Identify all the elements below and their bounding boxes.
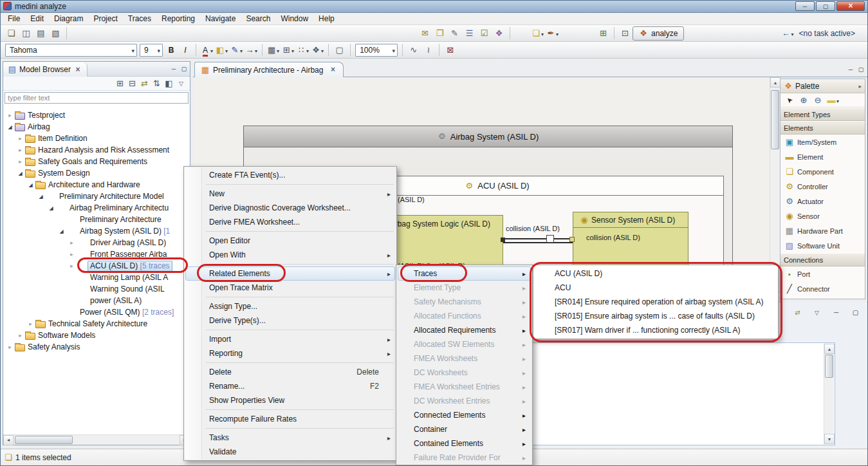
toolbar-button[interactable] bbox=[443, 43, 457, 57]
toolbar-button[interactable] bbox=[790, 306, 805, 320]
tree-item[interactable]: Technical Safety Architecture bbox=[3, 318, 190, 330]
italic-button[interactable]: I bbox=[178, 43, 192, 57]
expand-arrow-icon[interactable] bbox=[15, 147, 25, 153]
zoom-level-combo[interactable]: 100% bbox=[355, 44, 398, 57]
menubar-item[interactable]: Reporting bbox=[156, 13, 200, 24]
expand-arrow-icon[interactable] bbox=[5, 124, 15, 130]
toolbar-button[interactable] bbox=[809, 306, 824, 320]
close-icon[interactable] bbox=[73, 65, 82, 74]
toolbar-button[interactable] bbox=[848, 306, 863, 320]
toolbar-button[interactable] bbox=[48, 26, 63, 41]
toolbar-button[interactable] bbox=[229, 43, 244, 57]
expand-arrow-icon[interactable] bbox=[67, 263, 77, 269]
context-menu-item[interactable]: Reporting bbox=[185, 346, 395, 360]
tree-item[interactable]: Driver Airbag (ASIL D) bbox=[3, 237, 190, 248]
expand-arrow-icon[interactable] bbox=[67, 239, 77, 246]
context-menu-item[interactable]: Recompute Failure Rates bbox=[185, 412, 395, 426]
trace-menu-item[interactable]: [SR015] Ensure airbag system is ... case… bbox=[535, 309, 777, 323]
menubar-item[interactable]: Traces bbox=[123, 13, 156, 24]
expand-arrow-icon[interactable] bbox=[15, 332, 25, 339]
palette-item[interactable]: Controller bbox=[780, 179, 865, 194]
toolbar-button[interactable] bbox=[114, 78, 126, 89]
submenu-item[interactable]: Container bbox=[398, 422, 531, 436]
expand-arrow-icon[interactable] bbox=[5, 344, 15, 350]
expand-arrow-icon[interactable] bbox=[5, 112, 15, 118]
menubar-item[interactable]: File bbox=[3, 13, 25, 24]
window-button[interactable] bbox=[816, 1, 835, 11]
submenu-item[interactable]: Allocated SW Elements bbox=[398, 337, 531, 351]
toolbar-button[interactable] bbox=[295, 43, 310, 57]
toolbar-button[interactable] bbox=[545, 26, 560, 41]
scrollbar-thumb[interactable] bbox=[15, 436, 73, 444]
context-menu-item[interactable] bbox=[185, 229, 395, 234]
toolbar-button[interactable] bbox=[406, 43, 421, 57]
tree-item[interactable]: Airbag bbox=[3, 121, 190, 133]
palette-item[interactable]: Connector bbox=[780, 281, 865, 296]
palette-header[interactable]: Palette ▸ bbox=[780, 79, 865, 93]
toolbar-button[interactable] bbox=[492, 26, 506, 41]
menubar-item[interactable]: Diagram bbox=[49, 13, 88, 24]
palette-tool-button[interactable] bbox=[783, 94, 796, 107]
palette-item[interactable]: Element bbox=[780, 149, 865, 164]
scroll-left-icon[interactable]: ◄ bbox=[3, 435, 14, 445]
toolbar-button[interactable] bbox=[33, 26, 48, 41]
tree-item[interactable]: Architecture and Hardware bbox=[3, 179, 190, 191]
tree-item[interactable]: Warning Lamp (ASIL A bbox=[3, 272, 190, 283]
context-menu-item[interactable]: Related Elements bbox=[185, 266, 395, 281]
tree-item[interactable]: Testproject bbox=[3, 109, 190, 121]
palette-item[interactable]: Item/System bbox=[780, 135, 865, 149]
submenu-item[interactable]: Element Type bbox=[398, 281, 531, 295]
tree-item[interactable]: power (ASIL A) bbox=[3, 295, 190, 306]
connector-line[interactable] bbox=[503, 242, 573, 243]
context-menu-item[interactable] bbox=[185, 360, 395, 365]
tree-item[interactable]: Airbag System (ASIL D) [1 bbox=[3, 225, 190, 237]
palette-drawer-element-types[interactable]: Element Types bbox=[780, 107, 865, 121]
scroll-up-icon[interactable]: ▲ bbox=[770, 77, 780, 88]
horizontal-scrollbar[interactable]: ◄ ► bbox=[3, 434, 190, 445]
maximize-icon[interactable] bbox=[181, 64, 187, 73]
submenu-item[interactable]: Allocated Requirements bbox=[398, 323, 531, 337]
toolbar-button[interactable] bbox=[151, 78, 163, 89]
font-name-combo[interactable]: Tahoma bbox=[5, 44, 137, 57]
expand-arrow-icon[interactable] bbox=[57, 228, 66, 234]
menubar-item[interactable]: Help bbox=[313, 13, 340, 24]
submenu-item[interactable]: DC Worksheets bbox=[398, 366, 531, 380]
context-menu-item[interactable]: Show Properties View bbox=[185, 393, 395, 407]
close-icon[interactable] bbox=[328, 65, 337, 75]
tree-item[interactable]: Preliminary Architecture Model bbox=[3, 191, 190, 202]
tree-item[interactable]: Airbag Preliminary Architectu bbox=[3, 202, 190, 214]
delegation-port-square[interactable] bbox=[546, 235, 554, 243]
tree-item[interactable]: Front Passenger Airba bbox=[3, 248, 190, 260]
toolbar-button[interactable] bbox=[163, 78, 175, 89]
toolbar-button[interactable] bbox=[175, 78, 187, 89]
palette-pin-icon[interactable]: ▸ bbox=[858, 83, 862, 89]
toolbar-button[interactable] bbox=[310, 43, 325, 57]
window-button[interactable] bbox=[795, 1, 815, 11]
trace-menu-item[interactable]: ACU bbox=[535, 281, 777, 295]
palette-drawer-elements[interactable]: Elements bbox=[780, 121, 865, 135]
toolbar-button[interactable] bbox=[462, 26, 477, 41]
context-menu-item[interactable] bbox=[185, 262, 395, 266]
tab-model-browser[interactable]: Model Browser bbox=[3, 62, 88, 77]
context-menu-item[interactable]: Rename... F2 bbox=[185, 379, 395, 393]
palette-item[interactable]: Component bbox=[780, 164, 865, 179]
toolbar-button[interactable] bbox=[19, 26, 33, 41]
context-menu-item[interactable] bbox=[185, 295, 395, 299]
tree-item[interactable]: ACU (ASIL D) [5 traces bbox=[3, 260, 190, 272]
toolbar-button[interactable] bbox=[281, 43, 295, 57]
submenu-item[interactable]: FMEA Worksheets bbox=[398, 351, 531, 366]
toolbar-button[interactable] bbox=[214, 43, 229, 57]
toolbar-button[interactable] bbox=[432, 26, 447, 41]
tree-item[interactable]: Preliminary Architecture bbox=[3, 214, 190, 225]
expand-arrow-icon[interactable] bbox=[26, 182, 35, 188]
palette-item[interactable]: Software Unit bbox=[780, 238, 865, 253]
airbag-system-header[interactable]: Airbag System (ASIL D) bbox=[244, 126, 732, 147]
menubar-item[interactable]: Edit bbox=[25, 13, 49, 24]
submenu-item[interactable]: Safety Mechanisms bbox=[398, 295, 531, 309]
filter-input[interactable] bbox=[5, 92, 189, 104]
toolbar-button[interactable] bbox=[4, 26, 19, 41]
context-menu-item[interactable]: Derive Diagnostic Coverage Worksheet... bbox=[185, 201, 395, 215]
submenu-item[interactable]: FMEA Worksheet Entries bbox=[398, 380, 531, 394]
port-square[interactable] bbox=[501, 238, 505, 242]
context-menu-item[interactable] bbox=[185, 407, 395, 412]
